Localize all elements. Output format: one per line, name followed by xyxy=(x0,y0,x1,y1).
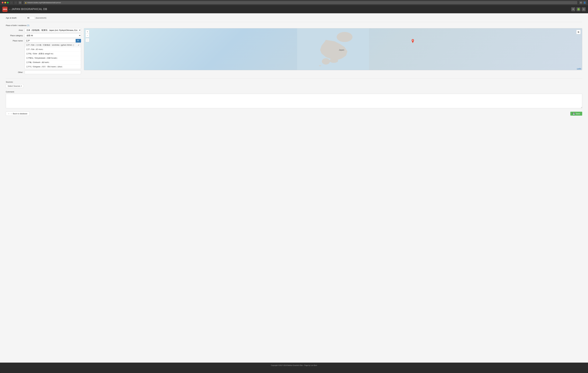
place-form-section: Area: 日本（琉球諸島・蝦夷等）Japan (incl. Ryūkyū/Ok… xyxy=(6,28,582,75)
select-sources-button[interactable]: Select Sources ▾ xyxy=(6,84,24,88)
footer-text: Copyright ©2017-2019 Bettina Gramlich-Ok… xyxy=(271,364,317,366)
comment-textarea[interactable] xyxy=(6,94,582,108)
lock-icon: 🔒 xyxy=(25,2,27,3)
area-field-row: Area: 日本（琉球諸島・蝦夷等）Japan (incl. Ryūkyū/Ok… xyxy=(6,28,81,32)
eye-icon-button[interactable]: 👁 xyxy=(571,7,575,11)
app-title: – Japan Biographical DB xyxy=(9,8,47,11)
age-at-death-label: Age at death: xyxy=(6,17,26,19)
dropdown-item-5[interactable]: 江戸川／Edogawa（河川・用水 kasen／yōsui） xyxy=(25,65,81,69)
place-name-dropdown: 江戸／Edo（その他〈行政地名〉sonohoka（gyōsei chimei）)… xyxy=(25,43,81,69)
zoom-in-button[interactable]: + xyxy=(85,30,89,34)
traffic-lights xyxy=(2,2,9,3)
back-to-database-button[interactable]: ← ← Back to database xyxy=(6,112,30,116)
area-control: 日本（琉球諸島・蝦夷等）Japan (incl. Ryūkyū/Okinawa,… xyxy=(25,28,81,32)
back-nav-button[interactable]: ‹ xyxy=(10,1,13,4)
address-bar[interactable]: 🔒 network-studies.org/#!/jdb/database/ad… xyxy=(24,1,577,4)
place-name-label: Place name: xyxy=(6,39,25,42)
dropdown-item-1[interactable]: 江戸／Edo（村 mura） xyxy=(25,47,81,52)
main-content: Age at death: (kazoedoshi) Place of birt… xyxy=(0,13,588,363)
map-section: Japan + − ⛶ ⧉ xyxy=(84,28,582,70)
app-footer: Copyright ©2017-2019 Bettina Gramlich-Ok… xyxy=(0,363,588,368)
search-button[interactable]: 🔍 xyxy=(76,39,81,42)
close-button[interactable] xyxy=(2,2,3,3)
area-select[interactable]: 日本（琉球諸島・蝦夷等）Japan (incl. Ryūkyū/Okinawa,… xyxy=(25,28,81,32)
place-form-left: Area: 日本（琉球諸島・蝦夷等）Japan (incl. Ryūkyū/Ok… xyxy=(6,28,81,75)
back-button-label: ← Back to database xyxy=(10,113,27,115)
map-controls: + − ⛶ xyxy=(85,30,89,42)
dropdown-item-text-3: 江戸館址／Edoyakataato（旧跡 furuato） xyxy=(26,57,58,59)
caret-icon: ▾ xyxy=(21,85,22,87)
age-at-death-row: Age at death: (kazoedoshi) xyxy=(6,16,582,20)
zoom-out-button[interactable]: − xyxy=(85,34,89,37)
dropdown-item-text-0: 江戸／Edo（その他〈行政地名〉sonohoka（gyōsei chimei）) xyxy=(26,44,74,46)
fullscreen-button[interactable]: ⛶ xyxy=(85,38,89,42)
back-arrow-icon: ← xyxy=(8,113,10,115)
place-category-field-row: Place category: 全部 All xyxy=(6,34,81,38)
select-sources-label: Select Sources xyxy=(8,85,20,87)
svg-point-4 xyxy=(319,65,321,66)
svg-point-3 xyxy=(322,58,330,65)
map-container: Japan + − ⛶ ⧉ xyxy=(84,28,582,70)
place-section-label: Place of birth / residence [?]: xyxy=(6,24,582,26)
comment-label: Comment: xyxy=(6,91,582,93)
divider-2 xyxy=(6,78,582,79)
browser-window: ‹ › ⊡ 🔒 network-studies.org/#!/jdb/datab… xyxy=(0,0,588,373)
layers-icon: ⧉ xyxy=(578,31,579,33)
other-label: Other: xyxy=(6,71,25,73)
forward-nav-button[interactable]: › xyxy=(14,1,17,4)
other-control xyxy=(25,71,81,74)
svg-point-1 xyxy=(337,32,352,42)
map-layers-button[interactable]: ⧉ xyxy=(576,30,581,34)
dropdown-item-0[interactable]: 江戸／Edo（その他〈行政地名〉sonohoka（gyōsei chimei）)… xyxy=(25,43,81,47)
dropdown-item-4[interactable]: 江戸橋／Edobashi（橋 hashi） xyxy=(25,60,81,65)
save-icon: 💾 xyxy=(573,113,575,115)
tab-button[interactable]: ⊡ xyxy=(19,1,22,4)
save-button[interactable]: 💾 Save xyxy=(570,112,582,116)
svg-point-2 xyxy=(329,59,338,63)
map-inner: Japan + − ⛶ ⧉ xyxy=(84,28,582,70)
dropdown-item-text-5: 江戸川／Edogawa（河川・用水 kasen／yōsui） xyxy=(26,65,63,68)
url-text: network-studies.org/#!/jdb/database/add-… xyxy=(27,2,61,3)
browser-right-nav: ⚙ 👤 xyxy=(579,1,586,4)
minimize-button[interactable] xyxy=(4,2,6,3)
japan-map-svg: Japan xyxy=(84,28,582,70)
dropdown-item-2[interactable]: 江戸絵／Edoe（産業名 sangyō na） xyxy=(25,52,81,56)
place-help-link[interactable]: [?] xyxy=(27,24,29,26)
titlebar: ‹ › ⊡ 🔒 network-studies.org/#!/jdb/datab… xyxy=(0,0,588,5)
check-icon-0: ✓ xyxy=(78,44,79,46)
age-at-death-input[interactable] xyxy=(26,16,35,20)
dropdown-item-3[interactable]: 江戸館址／Edoyakataato（旧跡 furuato） xyxy=(25,56,81,60)
dropdown-item-text-2: 江戸絵／Edoe（産業名 sangyō na） xyxy=(26,52,54,55)
leaflet-link[interactable]: Leaflet xyxy=(577,68,581,69)
app-logo: JBDB xyxy=(2,7,8,12)
profile-button[interactable]: 👤 xyxy=(583,1,586,4)
save-button-label: Save xyxy=(576,113,580,115)
other-input[interactable] xyxy=(25,71,81,74)
other-field-row: Other: xyxy=(6,71,81,74)
map-pin xyxy=(411,39,415,44)
place-name-input-wrap: 🔍 xyxy=(25,39,81,42)
age-suffix: (kazoedoshi) xyxy=(36,17,46,19)
place-category-control: 全部 All xyxy=(25,34,81,38)
sources-section: Sources: Select Sources ▾ xyxy=(6,81,582,88)
place-name-control: 🔍 江戸／Edo（その他〈行政地名〉sonohoka（gyōsei chimei… xyxy=(25,39,81,69)
comment-section: Comment: xyxy=(6,91,582,109)
svg-point-6 xyxy=(412,40,413,41)
circle-icon-button[interactable]: 🟢 xyxy=(577,7,580,11)
place-name-input[interactable] xyxy=(25,39,76,42)
maximize-button[interactable] xyxy=(7,2,9,3)
place-category-label: Place category: xyxy=(6,34,25,37)
area-label: Area: xyxy=(6,29,25,31)
dropdown-item-text-4: 江戸橋／Edobashi（橋 hashi） xyxy=(26,61,50,64)
dropdown-item-text-1: 江戸／Edo（村 mura） xyxy=(26,48,44,51)
svg-text:Japan: Japan xyxy=(339,49,344,51)
header-right-actions: 👁 🟢 ☰ xyxy=(571,7,586,11)
place-name-field-row: Place name: 🔍 江戸／Edo（その他〈行政地名〉sonohoka（g… xyxy=(6,39,81,69)
menu-icon-button[interactable]: ☰ xyxy=(582,7,586,11)
divider xyxy=(6,22,582,22)
extensions-button[interactable]: ⚙ xyxy=(579,1,582,4)
bottom-buttons: ← ← Back to database 💾 Save xyxy=(6,112,582,116)
place-category-select[interactable]: 全部 All xyxy=(25,34,81,38)
map-attribution: Leaflet xyxy=(577,68,581,69)
sources-label: Sources: xyxy=(6,81,582,83)
